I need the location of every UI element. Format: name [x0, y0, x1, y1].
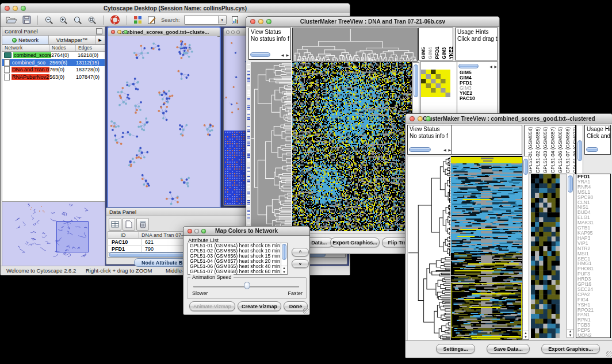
settings-button[interactable]: Settings... [436, 344, 475, 354]
delete-icon[interactable] [136, 218, 149, 231]
attribute-item[interactable]: GPL51-07 (GSM868) heat shock 60 min [188, 269, 281, 274]
close-button[interactable] [5, 6, 10, 11]
network-stats-icon[interactable] [231, 14, 240, 25]
scrollbar-thumb[interactable] [458, 64, 479, 68]
list-vscrollbar[interactable]: ▲▼ [281, 243, 287, 274]
network-type-icon [4, 59, 10, 66]
new-attribute-icon[interactable] [123, 218, 135, 231]
minimize-button[interactable] [231, 30, 235, 34]
life-ring-icon[interactable] [109, 14, 121, 25]
column-dendrogram[interactable] [292, 28, 418, 62]
network-tab-icon [12, 38, 17, 43]
minimize-button[interactable] [13, 6, 18, 11]
export-graphics-button[interactable]: Export Graphics... [330, 237, 380, 247]
float-panel-icon[interactable] [96, 28, 102, 35]
minimize-button[interactable] [418, 116, 423, 121]
move-down-button[interactable]: v [292, 259, 309, 268]
zoom-window-button[interactable] [124, 30, 128, 34]
zoom-window-button[interactable] [236, 30, 240, 34]
zoom-out-icon[interactable] [44, 14, 54, 25]
column-label: GPL51-02 (GSM855) [535, 127, 541, 173]
heatmap-vscrollbar[interactable]: ▲▼ [522, 156, 529, 340]
network-name: combined_scores [13, 52, 51, 58]
network-nodes-count: 563(0) [49, 74, 76, 80]
main-title-bar[interactable]: Cytoscape Desktop (Session Name: collins… [1, 3, 350, 14]
thumbnail-vscrollbar[interactable]: ▲▼ [567, 174, 574, 338]
scrollbar-thumb[interactable] [523, 159, 528, 175]
treeview1-title: ClusterMaker TreeView : DNA and Tran 07-… [246, 18, 499, 25]
save-icon[interactable] [22, 14, 32, 25]
vizmap-icon[interactable] [133, 14, 143, 25]
search-dropdown-icon[interactable]: ▼ [218, 16, 226, 24]
dialog-title-bar[interactable]: Map Colors to Network [183, 227, 309, 236]
tab-vizmapper[interactable]: VizMapper™ [49, 36, 95, 44]
search-input[interactable]: ▼ [184, 15, 227, 25]
network-type-icon [4, 74, 10, 81]
column-dendrogram-area[interactable] [451, 125, 522, 155]
export-graphics-button[interactable]: Export Graphics... [541, 344, 600, 354]
heatmap-view[interactable] [292, 62, 412, 231]
scrollbar-thumb[interactable] [282, 244, 286, 260]
resize-grip[interactable] [303, 308, 309, 314]
speed-slider-thumb[interactable] [244, 282, 250, 289]
zoom-window-button[interactable] [21, 6, 26, 11]
network-canvas[interactable] [108, 36, 217, 205]
network-list-row[interactable]: RNAPuberNov2+ 563(0) 107847(0) [2, 74, 105, 81]
tab-network[interactable]: Network [2, 36, 49, 44]
scrollbar-thumb[interactable] [577, 140, 582, 161]
summary-hscrollbar[interactable]: ◀ ▶ [458, 63, 498, 70]
network-edges-count: 13112(15) [76, 60, 102, 66]
zoom-selected-icon[interactable] [87, 14, 97, 25]
status-hscrollbar[interactable]: ◀ ▶ [250, 51, 289, 58]
zoom-window-button[interactable] [266, 19, 271, 24]
correlation-matrix-thumbnail[interactable] [421, 70, 450, 97]
scrollbar-thumb[interactable] [568, 175, 573, 193]
zoom-window-button[interactable] [201, 229, 206, 233]
minimize-button[interactable] [117, 30, 121, 34]
status-hscrollbar[interactable]: ◀ ▶ [409, 146, 452, 153]
create-vizmap-button[interactable]: Create Vizmap [238, 301, 281, 311]
birdseye-overview[interactable] [2, 201, 105, 269]
gene-label[interactable]: PAC10 [458, 96, 496, 101]
zoom-window-button[interactable] [426, 116, 431, 121]
network-list-row[interactable]: combined_sco 2569(6) 13112(15) [2, 59, 105, 67]
scrollbar-thumb[interactable] [250, 52, 270, 57]
gene-label[interactable]: MON2 [576, 333, 610, 338]
close-button[interactable] [226, 30, 230, 34]
save-data-button[interactable]: Save Data... [487, 344, 530, 354]
hints-hscrollbar[interactable] [586, 146, 609, 153]
heatmap-view[interactable] [451, 156, 522, 340]
overview-canvas[interactable] [3, 203, 102, 263]
animate-vizmap-button[interactable]: Animate Vizmap [189, 301, 235, 311]
annotation-icon[interactable] [147, 14, 157, 25]
move-up-button[interactable]: ^ [292, 248, 309, 256]
scrollbar-thumb[interactable] [586, 147, 598, 152]
row-dendrogram[interactable] [407, 156, 451, 341]
row-dendrogram[interactable] [251, 62, 291, 231]
minimize-button[interactable] [194, 229, 199, 233]
resize-grip[interactable] [606, 351, 612, 357]
treeview2-title-bar[interactable]: ClusterMaker TreeView : combined_scores_… [406, 114, 612, 124]
network-list-row[interactable]: DNA and Tran 07 769(0) 183728(0) [2, 66, 105, 74]
tab-overflow-button[interactable]: ▶ [95, 36, 105, 44]
close-button[interactable] [410, 116, 415, 121]
network-view-window[interactable]: combined_scores_good.txt--cluste... [107, 26, 221, 208]
zoom-in-icon[interactable] [58, 14, 68, 25]
scrollbar-thumb[interactable] [409, 147, 431, 152]
table-icon[interactable] [109, 218, 121, 231]
column-label: YKE2 [449, 47, 453, 59]
close-button[interactable] [188, 229, 192, 233]
control-panel: Control Panel Network VizMapper™ ▶ Netwo… [2, 26, 105, 269]
labels-vscrollbar[interactable] [576, 125, 583, 174]
zoom-fit-icon[interactable] [72, 14, 83, 25]
global-heatmap-thumbnail[interactable] [531, 174, 560, 338]
toolbar-divider [127, 16, 127, 25]
close-button[interactable] [111, 30, 115, 34]
minimize-button[interactable] [258, 19, 263, 24]
treeview1-title-bar[interactable]: ClusterMaker TreeView : DNA and Tran 07-… [246, 17, 499, 27]
close-button[interactable] [250, 19, 255, 24]
network-list-row[interactable]: combined_scores 2764(0) 16218(0) [2, 52, 105, 59]
status-hint-zoom: Right-click + drag to ZOOM [86, 267, 152, 274]
open-file-icon[interactable] [5, 14, 18, 25]
scrollbar-thumb[interactable] [414, 64, 418, 97]
